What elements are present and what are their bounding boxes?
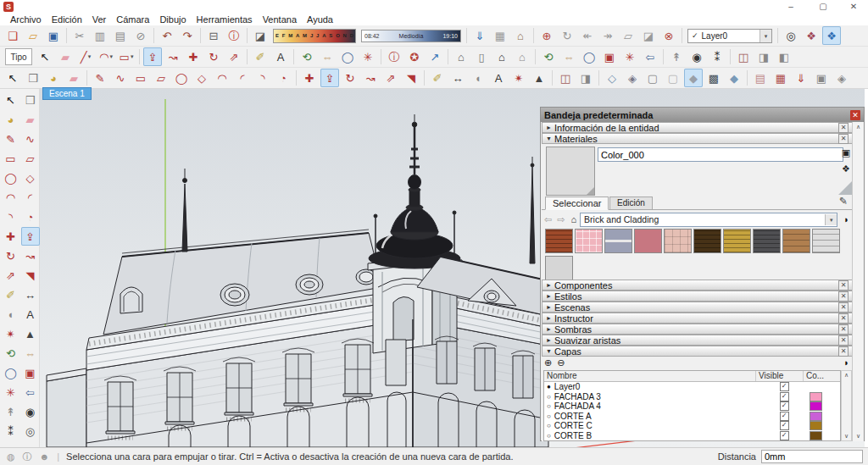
tab-seleccionar[interactable]: Seleccionar xyxy=(545,197,609,210)
layer-row[interactable]: ○CORTE B✓ xyxy=(544,431,840,441)
rotated-rectangle-tool-icon[interactable]: ▱ xyxy=(152,69,170,87)
circle-l-icon[interactable]: ◯ xyxy=(2,169,20,187)
pie-tool-icon[interactable]: ◔ xyxy=(274,69,292,87)
menu-ayuda[interactable]: Ayuda xyxy=(302,14,338,25)
layer-row[interactable]: ○CORTE C✓ xyxy=(544,421,840,431)
previous-view-icon[interactable]: ⇦ xyxy=(641,47,659,66)
layer-radio[interactable]: ○ xyxy=(547,422,551,429)
menu-edicion[interactable]: Edición xyxy=(47,14,87,25)
layer-color-chip[interactable] xyxy=(810,401,822,411)
layer-color-chip[interactable] xyxy=(810,412,822,421)
style-xray-icon[interactable]: ◇ xyxy=(603,69,621,87)
tray-section-capas[interactable]: ▼ Capas ✕ xyxy=(542,346,853,357)
get-models-warehouse-icon[interactable]: ⌂ xyxy=(452,47,470,66)
shadow-settings-icon[interactable]: ◪ xyxy=(251,26,270,45)
arc-l-icon[interactable]: ◠ xyxy=(2,188,20,207)
hide-similar-components-icon[interactable]: ❖ xyxy=(822,26,841,45)
freehand-tool-icon[interactable]: ∿ xyxy=(111,69,130,87)
components-browser-icon[interactable]: ▯ xyxy=(472,47,491,66)
polygon-tool-icon[interactable]: ◇ xyxy=(192,69,211,87)
pan-tool-2-icon[interactable]: ⇔ xyxy=(559,47,578,66)
visible-checkbox[interactable]: ✓ xyxy=(780,412,789,421)
position-camera-scene-icon[interactable]: ▱ xyxy=(619,26,637,45)
select-tool-3-icon[interactable]: ↖ xyxy=(3,69,22,87)
tray-section-estilos[interactable]: ► Estilos ✕ xyxy=(542,291,853,302)
credits-icon[interactable]: ✪ xyxy=(405,47,424,66)
material-swatch[interactable] xyxy=(723,229,751,253)
text-l-icon[interactable]: A xyxy=(21,305,40,324)
position-camera-tool-icon[interactable]: ↟ xyxy=(667,47,686,66)
section-plane-icon[interactable]: ◫ xyxy=(734,47,753,66)
delete-scene-icon[interactable]: ⊗ xyxy=(659,26,678,45)
toggle-terrain-icon[interactable]: ▦ xyxy=(491,26,509,45)
scale-l-icon[interactable]: ◥ xyxy=(21,266,40,285)
layer-color-chip[interactable] xyxy=(810,392,822,401)
section-close-icon[interactable]: ✕ xyxy=(838,280,849,291)
rectangle-l-icon[interactable]: ▭ xyxy=(2,149,20,168)
text-tool-3-icon[interactable]: A xyxy=(489,69,508,87)
offset-l-icon[interactable]: ⇗ xyxy=(2,266,20,285)
open-model-icon[interactable]: ▱ xyxy=(24,26,42,45)
previous-scene-icon[interactable]: ↞ xyxy=(578,26,597,45)
account-status-icon[interactable]: ☻ xyxy=(40,451,50,462)
copy-icon[interactable]: ▥ xyxy=(91,26,109,45)
protractor-l-icon[interactable]: ◖ xyxy=(2,305,20,324)
visible-checkbox[interactable]: ✓ xyxy=(780,392,789,401)
position-camera-l-icon[interactable]: ↟ xyxy=(2,402,20,421)
visible-checkbox[interactable]: ✓ xyxy=(780,382,789,391)
material-swatch[interactable] xyxy=(604,229,632,253)
tray-section-instructor[interactable]: ► Instructor ✕ xyxy=(542,313,853,324)
material-swatch[interactable] xyxy=(693,229,721,253)
previous-view-l-icon[interactable]: ⇦ xyxy=(21,383,40,401)
tray-section-materials[interactable]: ▼ Materiales ✕ xyxy=(542,133,853,144)
follow-me-tool-3-icon[interactable]: ↝ xyxy=(361,69,380,87)
section-close-icon[interactable]: ✕ xyxy=(838,313,849,324)
minimize-button[interactable]: – xyxy=(776,0,805,14)
follow-me-tool-icon[interactable]: ↝ xyxy=(164,47,182,66)
menu-herramientas[interactable]: Herramientas xyxy=(192,14,258,25)
display-section-planes-icon[interactable]: ◨ xyxy=(754,47,773,66)
eraser-tool-icon[interactable]: ▰ xyxy=(56,47,75,66)
walk-l-icon[interactable]: ⁑ xyxy=(2,422,20,440)
redo-icon[interactable]: ↷ xyxy=(178,26,197,45)
sandbox-stamp-icon[interactable]: ▣ xyxy=(812,69,831,87)
display-section-cuts-icon[interactable]: ◧ xyxy=(775,47,793,66)
three-point-arc-l-icon[interactable]: ◝ xyxy=(2,208,20,226)
paint-bucket-l-icon[interactable]: ◕ xyxy=(2,110,20,129)
protractor-tool-icon[interactable]: ◖ xyxy=(469,69,487,87)
tape-measure-l-icon[interactable]: ✐ xyxy=(2,285,20,304)
make-component-icon[interactable]: ❒ xyxy=(24,69,42,87)
hide-rest-of-model-icon[interactable]: ❖ xyxy=(802,26,821,45)
tray-scrollbar[interactable]: ∧ ∨ xyxy=(852,122,864,441)
look-around-tool-icon[interactable]: ◉ xyxy=(687,47,706,66)
axes-l-icon[interactable]: ✴ xyxy=(2,324,20,343)
print-icon[interactable]: ⊟ xyxy=(204,26,223,45)
make-component-l-icon[interactable]: ❒ xyxy=(21,91,40,109)
layer-radio[interactable]: ○ xyxy=(547,393,551,401)
line-tool-icon[interactable]: ╱▾ xyxy=(76,47,95,66)
text-tool-icon[interactable]: A xyxy=(271,47,290,66)
pan-tool-icon[interactable]: ⇔ xyxy=(318,47,337,66)
select-tool-l-icon[interactable]: ↖ xyxy=(2,91,20,109)
measurement-input[interactable] xyxy=(761,450,863,463)
pan-l-icon[interactable]: ⇔ xyxy=(21,344,40,363)
scene-tab[interactable]: Escena 1 xyxy=(42,87,92,100)
tape-measure-tool-icon[interactable]: ✐ xyxy=(251,47,270,66)
back-arrow-icon[interactable]: ⇦ xyxy=(544,214,552,225)
offset-tool-3-icon[interactable]: ⇗ xyxy=(381,69,400,87)
select-tool-icon[interactable]: ↖ xyxy=(36,47,54,66)
details-arrow-icon[interactable]: ◗ xyxy=(843,214,849,224)
zoom-l-icon[interactable]: ◯ xyxy=(2,363,20,382)
tray-section-escenas[interactable]: ► Escenas ✕ xyxy=(542,302,853,313)
tray-section-entity-info[interactable]: ► Información de la entidad ✕ xyxy=(542,122,853,133)
material-swatch[interactable] xyxy=(812,229,840,253)
tape-measure-3-icon[interactable]: ✐ xyxy=(428,69,447,87)
material-name-input[interactable] xyxy=(598,147,843,162)
polygon-l-icon[interactable]: ◇ xyxy=(21,169,40,187)
chevron-down-icon[interactable]: ▾ xyxy=(760,30,771,42)
3d-text-tool-icon[interactable]: ▲ xyxy=(530,69,548,87)
material-swatch[interactable] xyxy=(753,229,781,253)
credits-status-icon[interactable]: ⓘ xyxy=(23,451,32,463)
scroll-up-icon[interactable]: ∧ xyxy=(853,124,864,130)
line-tool-3-icon[interactable]: ✎ xyxy=(91,69,109,87)
